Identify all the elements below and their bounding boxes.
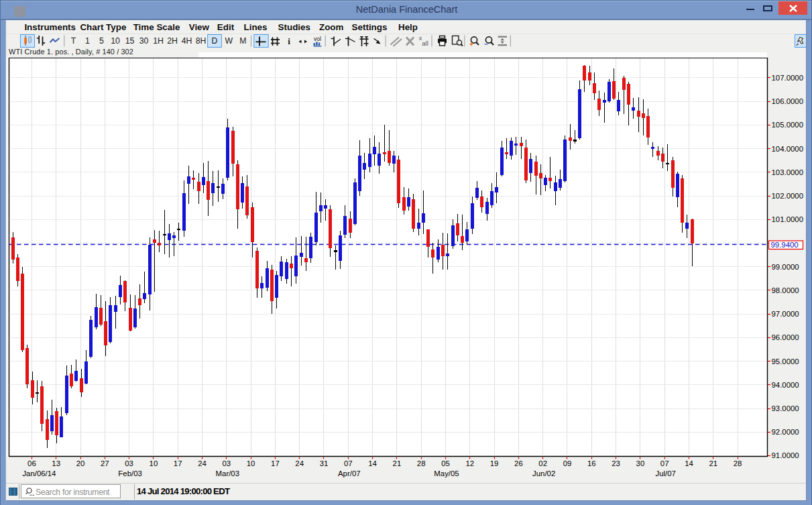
svg-text:17: 17	[174, 459, 182, 467]
svg-text:21: 21	[709, 459, 717, 467]
svg-text:31: 31	[320, 459, 329, 467]
svg-text:96.0000: 96.0000	[772, 333, 799, 341]
svg-text:03: 03	[125, 459, 133, 467]
svg-text:104.0000: 104.0000	[772, 145, 804, 153]
svg-text:17: 17	[271, 459, 280, 467]
svg-text:10: 10	[247, 459, 255, 467]
svg-text:02: 02	[538, 459, 547, 467]
svg-text:16: 16	[587, 459, 596, 467]
svg-text:99.0000: 99.0000	[772, 263, 799, 271]
svg-text:92.0000: 92.0000	[772, 428, 799, 436]
svg-text:5: 5	[99, 36, 104, 46]
svg-text:101.0000: 101.0000	[772, 215, 804, 223]
svg-text:07: 07	[660, 459, 669, 467]
svg-text:95.0000: 95.0000	[772, 357, 799, 366]
svg-text:28: 28	[417, 459, 426, 467]
svg-text:2H: 2H	[167, 36, 178, 46]
svg-text:10: 10	[111, 36, 120, 46]
svg-text:91.0000: 91.0000	[772, 451, 799, 459]
svg-text:103.0000: 103.0000	[772, 168, 804, 176]
svg-text:93.0000: 93.0000	[772, 404, 799, 412]
svg-text:all: all	[422, 40, 428, 47]
svg-text:21: 21	[393, 459, 402, 467]
svg-text:13: 13	[52, 459, 60, 467]
svg-text:19: 19	[490, 459, 499, 467]
svg-text:D: D	[212, 36, 218, 46]
svg-text:24: 24	[198, 459, 207, 467]
svg-text:99.9400: 99.9400	[771, 241, 799, 249]
svg-text:T: T	[71, 36, 76, 46]
svg-text:May/05: May/05	[434, 469, 459, 478]
svg-text:106.0000: 106.0000	[772, 97, 804, 105]
svg-text:M: M	[239, 36, 246, 46]
svg-text:W: W	[225, 36, 233, 46]
svg-text:Jan/06/14: Jan/06/14	[22, 469, 56, 478]
svg-text:8H: 8H	[196, 36, 207, 46]
svg-text:09: 09	[563, 459, 572, 467]
svg-text:Jun/02: Jun/02	[532, 469, 555, 478]
svg-text:07: 07	[344, 459, 353, 467]
svg-text:12: 12	[465, 459, 474, 467]
svg-text:20: 20	[76, 459, 85, 467]
svg-text:98.0000: 98.0000	[772, 286, 799, 294]
svg-text:14: 14	[368, 459, 377, 467]
svg-text:105.0000: 105.0000	[772, 121, 804, 129]
svg-text:Jul/07: Jul/07	[655, 469, 675, 478]
svg-text:1H: 1H	[153, 36, 164, 46]
svg-text:i: i	[288, 36, 290, 46]
svg-text:05: 05	[441, 459, 450, 467]
svg-text:vol: vol	[314, 36, 321, 42]
svg-text:30: 30	[139, 36, 149, 46]
svg-text:4H: 4H	[182, 36, 192, 46]
svg-text:26: 26	[514, 459, 523, 467]
svg-text:03: 03	[222, 459, 231, 467]
svg-text:15: 15	[125, 36, 135, 46]
svg-text:23: 23	[612, 459, 620, 467]
svg-text:97.0000: 97.0000	[772, 310, 799, 318]
svg-text:10: 10	[150, 459, 158, 467]
svg-text:Feb/03: Feb/03	[118, 469, 141, 478]
svg-text:24: 24	[295, 459, 304, 467]
svg-text:27: 27	[101, 459, 109, 467]
svg-text:30: 30	[636, 459, 645, 467]
svg-text:28: 28	[734, 459, 742, 467]
svg-text:Mar/03: Mar/03	[216, 469, 239, 478]
svg-text:14: 14	[685, 459, 693, 467]
svg-text:06: 06	[27, 459, 36, 467]
svg-text:94.0000: 94.0000	[772, 381, 799, 389]
svg-text:107.0000: 107.0000	[772, 74, 804, 82]
svg-text:1: 1	[85, 36, 90, 46]
svg-text:Apr/07: Apr/07	[338, 469, 361, 478]
svg-text:102.0000: 102.0000	[772, 192, 804, 200]
